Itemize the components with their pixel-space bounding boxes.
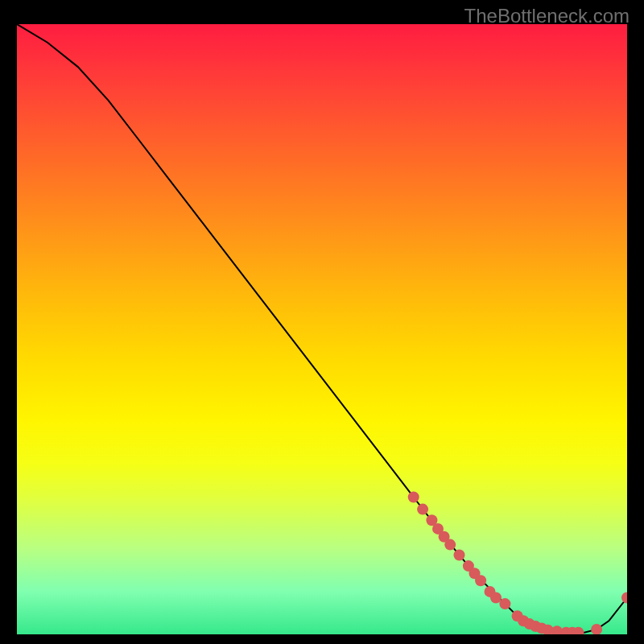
- curve-markers: [408, 492, 627, 635]
- curve-marker: [475, 575, 486, 586]
- curve-marker: [417, 504, 428, 515]
- chart-svg: [17, 24, 627, 634]
- curve-marker: [408, 492, 419, 503]
- curve-marker: [444, 539, 456, 551]
- bottleneck-curve-line: [17, 24, 627, 633]
- curve-marker: [454, 550, 465, 561]
- curve-marker: [621, 592, 627, 604]
- chart-plot-area: [17, 24, 627, 634]
- curve-marker: [490, 592, 502, 604]
- watermark-text: TheBottleneck.com: [464, 5, 630, 27]
- curve-marker: [499, 598, 510, 609]
- curve-marker: [591, 624, 602, 634]
